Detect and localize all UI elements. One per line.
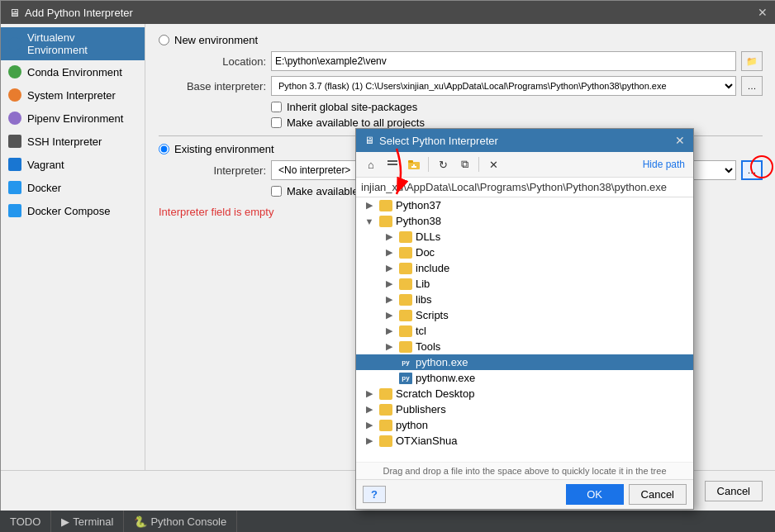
tree-item-python-folder[interactable]: ▶ python — [356, 417, 693, 433]
sidebar-label-vagrant: Vagrant — [27, 159, 64, 171]
tree-item-python38[interactable]: ▼ Python38 — [356, 213, 693, 229]
folder-icon-dlls — [399, 231, 412, 243]
main-dialog-title: Add Python Interpreter — [25, 7, 133, 19]
tree-label-publishers: Publishers — [396, 403, 446, 416]
existing-env-radio[interactable] — [159, 144, 169, 154]
new-folder-btn[interactable] — [404, 155, 424, 173]
folder-icon-libs — [399, 294, 412, 306]
taskbar-python-console[interactable]: 🐍 Python Console — [124, 511, 237, 532]
chevron-include: ▶ — [383, 263, 396, 273]
help-btn[interactable]: ? — [363, 486, 386, 503]
sidebar-label-conda: Conda Environment — [27, 66, 122, 78]
taskbar: TODO ▶ Terminal 🐍 Python Console — [0, 511, 775, 532]
available-row: Make available to all projects — [271, 116, 763, 129]
location-browse-btn[interactable]: 📁 — [741, 51, 763, 71]
dockercompose-icon — [7, 203, 22, 218]
file-tree[interactable]: ▶ Python37 ▼ Python38 ▶ DLLs ▶ Doc ▶ inc… — [356, 197, 693, 462]
file-footer: ? OK Cancel — [356, 479, 693, 509]
python-console-icon: 🐍 — [134, 515, 147, 528]
home-btn[interactable]: ⌂ — [361, 155, 381, 173]
taskbar-todo[interactable]: TODO — [0, 511, 51, 532]
main-close-btn[interactable]: ✕ — [758, 6, 768, 19]
file-close-btn[interactable]: ✕ — [675, 134, 685, 147]
folder-icon-lib — [399, 278, 412, 290]
inherit-row: Inherit global site-packages — [271, 101, 763, 113]
tree-item-lib[interactable]: ▶ Lib — [356, 276, 693, 292]
hide-path-btn[interactable]: Hide path — [639, 157, 688, 172]
inherit-checkbox[interactable] — [271, 102, 282, 112]
tree-item-pythonexe[interactable]: py python.exe — [356, 354, 693, 370]
base-interp-browse-btn[interactable]: … — [741, 76, 763, 96]
virtualenv-icon — [7, 36, 22, 51]
available-checkbox[interactable] — [271, 117, 282, 128]
inherit-label: Inherit global site-packages — [287, 101, 417, 113]
sidebar-item-conda[interactable]: Conda Environment — [1, 60, 145, 83]
drag-hint: Drag and drop a file into the space abov… — [356, 462, 693, 479]
tree-item-doc[interactable]: ▶ Doc — [356, 245, 693, 260]
python-console-label: Python Console — [150, 515, 226, 528]
tree-item-libs[interactable]: ▶ libs — [356, 292, 693, 307]
folder-icon-python37 — [379, 200, 392, 211]
make-available-checkbox[interactable] — [271, 186, 282, 197]
sidebar-item-pipenv[interactable]: Pipenv Environment — [1, 107, 145, 130]
chevron-doc: ▶ — [383, 247, 396, 258]
new-env-radio-row: New environment — [159, 34, 763, 46]
chevron-python-folder: ▶ — [363, 420, 376, 430]
sidebar-item-system[interactable]: System Interpreter — [1, 83, 145, 107]
folder-icon-scripts — [399, 310, 412, 321]
folder-icon-python38 — [379, 216, 392, 227]
delete-btn[interactable]: ✕ — [483, 155, 503, 173]
tree-label-dlls: DLLs — [416, 230, 440, 243]
toolbar-sep-1 — [428, 157, 429, 172]
cancel-button[interactable]: Cancel — [705, 481, 763, 501]
sidebar-label-docker: Docker — [27, 182, 61, 194]
tree-item-pythonwexe[interactable]: py pythonw.exe — [356, 370, 693, 386]
chevron-python37: ▶ — [363, 200, 376, 211]
tree-item-scripts[interactable]: ▶ Scripts — [356, 307, 693, 323]
tree-label-scripts: Scripts — [416, 309, 449, 321]
file-dialog-title: Select Python Interpreter — [379, 135, 498, 147]
folder-icon-tools — [399, 341, 412, 353]
file-icon-pythonwexe: py — [399, 373, 412, 384]
location-input[interactable] — [271, 51, 736, 71]
ok-btn[interactable]: OK — [566, 484, 624, 505]
folder-icon-publishers — [379, 404, 392, 416]
tree-item-dlls[interactable]: ▶ DLLs — [356, 229, 693, 245]
main-title-bar: 🖥 Add Python Interpreter ✕ — [1, 1, 775, 24]
folder-icon-doc — [399, 247, 412, 259]
base-interp-select[interactable]: Python 3.7 (flask) (1) C:\Users\xinjian_… — [271, 76, 736, 96]
tree-label-tcl: tcl — [416, 325, 426, 337]
up-folder-btn[interactable] — [383, 155, 402, 173]
path-bar: injian_xu\AppData\Local\Programs\Python\… — [356, 178, 693, 197]
tree-item-python37[interactable]: ▶ Python37 — [356, 197, 693, 213]
tree-item-tools[interactable]: ▶ Tools — [356, 339, 693, 354]
tree-label-python-folder: python — [396, 419, 428, 431]
tree-item-tcl[interactable]: ▶ tcl — [356, 323, 693, 339]
file-cancel-btn[interactable]: Cancel — [629, 484, 687, 505]
tree-item-publishers[interactable]: ▶ Publishers — [356, 401, 693, 417]
interpreter-label: Interpreter: — [159, 164, 266, 177]
new-env-radio[interactable] — [159, 35, 169, 45]
sidebar-item-docker[interactable]: Docker — [1, 176, 145, 199]
tree-label-scratchdesktop: Scratch Desktop — [396, 387, 474, 400]
file-title-left: 🖥 Select Python Interpreter — [364, 135, 498, 147]
available-label: Make available to all projects — [287, 116, 425, 129]
tree-item-otxianshua[interactable]: ▶ OTXianShua — [356, 433, 693, 449]
sidebar-item-ssh[interactable]: SSH Interpreter — [1, 130, 145, 153]
sidebar-item-vagrant[interactable]: Vagrant — [1, 153, 145, 176]
file-dialog: 🖥 Select Python Interpreter ✕ ⌂ ↻ ⧉ ✕ Hi… — [355, 128, 694, 510]
sidebar-item-dockercompose[interactable]: Docker Compose — [1, 199, 145, 222]
interpreter-browse-btn[interactable]: … — [741, 160, 763, 180]
tree-label-doc: Doc — [416, 246, 435, 259]
tree-item-scratchdesktop[interactable]: ▶ Scratch Desktop — [356, 386, 693, 401]
chevron-tcl: ▶ — [383, 325, 396, 336]
copy-path-btn[interactable]: ⧉ — [454, 155, 474, 173]
existing-env-label: Existing environment — [174, 143, 274, 155]
system-icon — [7, 88, 22, 102]
tree-item-include[interactable]: ▶ include — [356, 260, 693, 276]
refresh-btn[interactable]: ↻ — [433, 155, 453, 173]
title-left: 🖥 Add Python Interpreter — [9, 7, 133, 19]
taskbar-terminal[interactable]: ▶ Terminal — [51, 511, 124, 532]
terminal-icon: ▶ — [61, 515, 69, 528]
sidebar-item-virtualenv[interactable]: Virtualenv Environment — [1, 27, 145, 60]
